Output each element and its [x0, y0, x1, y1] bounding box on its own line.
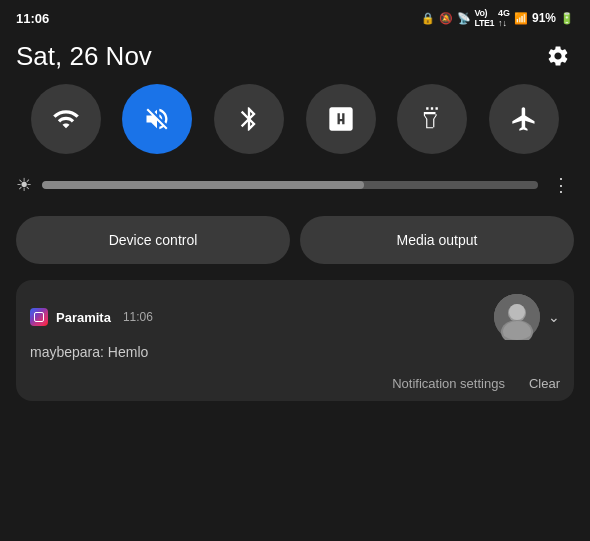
instagram-icon-inner	[34, 312, 44, 322]
date-display: Sat, 26 Nov	[16, 41, 152, 72]
sound-off-icon	[143, 105, 171, 133]
brightness-icon: ☀	[16, 174, 32, 196]
flashlight-tile[interactable]	[397, 84, 467, 154]
notification-message: maybepara: Hemlo	[30, 344, 560, 360]
notification-card: Paramita 11:06 ⌄	[16, 280, 574, 401]
brightness-slider[interactable]	[42, 181, 538, 189]
battery-icon: 🔋	[560, 12, 574, 25]
brightness-menu-button[interactable]: ⋮	[548, 170, 574, 200]
notification-time: 11:06	[123, 310, 153, 324]
status-bar: 11:06 🔒 🔕 📡 Vo)LTE1 4G↑↓ 📶 91% 🔋	[0, 0, 590, 32]
device-control-button[interactable]: Device control	[16, 216, 290, 264]
avatar-image	[494, 294, 540, 340]
signal-icon: 📶	[514, 12, 528, 25]
notification-chevron-icon[interactable]: ⌄	[548, 309, 560, 325]
status-icons: 🔒 🔕 📡 Vo)LTE1 4G↑↓ 📶 91% 🔋	[421, 8, 574, 28]
notification-app-name: Paramita	[56, 310, 111, 325]
notification-header: Paramita 11:06 ⌄	[30, 294, 560, 340]
instagram-icon	[30, 308, 48, 326]
notification-avatar	[494, 294, 540, 340]
volte-label: Vo)LTE1	[475, 8, 494, 28]
bluetooth-tile[interactable]	[214, 84, 284, 154]
wifi-icon	[52, 105, 80, 133]
notification-actions: Notification settings Clear	[30, 370, 560, 391]
airplane-tile[interactable]	[489, 84, 559, 154]
media-output-button[interactable]: Media output	[300, 216, 574, 264]
notification-right: ⌄	[494, 294, 560, 340]
notification-settings-button[interactable]: Notification settings	[392, 376, 505, 391]
svg-point-4	[509, 304, 525, 320]
mute-icon: 🔕	[439, 12, 453, 25]
airplane-icon	[510, 105, 538, 133]
hotspot-icon: 📡	[457, 12, 471, 25]
gear-icon	[546, 44, 570, 68]
date-row: Sat, 26 Nov	[0, 32, 590, 84]
media-row: Device control Media output	[0, 216, 590, 280]
lock-icon: 🔒	[421, 12, 435, 25]
nfc-tile[interactable]	[306, 84, 376, 154]
sound-tile[interactable]	[122, 84, 192, 154]
wifi-tile[interactable]	[31, 84, 101, 154]
clear-button[interactable]: Clear	[529, 376, 560, 391]
flashlight-icon	[418, 105, 446, 133]
quick-tiles-row	[0, 84, 590, 170]
notification-title-row: Paramita 11:06	[30, 308, 153, 326]
settings-button[interactable]	[542, 40, 574, 72]
brightness-fill	[42, 181, 364, 189]
nfc-icon	[327, 105, 355, 133]
4g-label: 4G↑↓	[498, 8, 510, 28]
time-display: 11:06	[16, 11, 49, 26]
brightness-row: ☀ ⋮	[0, 170, 590, 216]
battery-display: 91%	[532, 11, 556, 25]
bluetooth-icon	[235, 105, 263, 133]
